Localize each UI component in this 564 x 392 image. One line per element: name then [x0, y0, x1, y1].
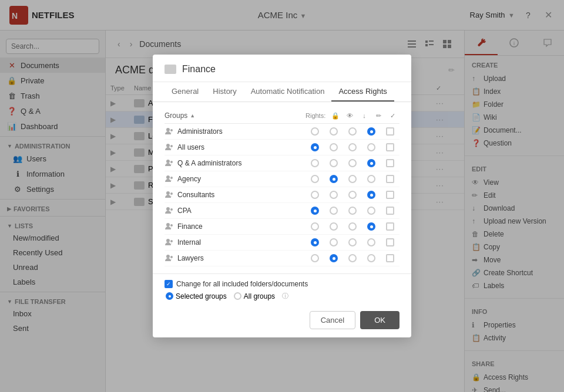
tab-history[interactable]: History	[206, 82, 243, 102]
ar-radio[interactable]	[330, 238, 338, 246]
ar-cell[interactable]	[362, 159, 381, 167]
tab-auto-notification[interactable]: Automatic Notification	[244, 82, 332, 102]
ar-radio[interactable]	[330, 191, 338, 199]
ar-checkbox[interactable]	[386, 175, 394, 183]
cancel-button[interactable]: Cancel	[310, 311, 355, 329]
ar-cell[interactable]	[343, 207, 362, 215]
ar-cell[interactable]	[306, 175, 324, 183]
ar-cell[interactable]	[343, 159, 362, 167]
ar-cell[interactable]	[324, 175, 343, 183]
radio-selected-groups[interactable]: Selected groups	[166, 292, 227, 300]
ar-radio[interactable]	[367, 254, 375, 262]
ar-radio[interactable]	[311, 127, 319, 136]
ar-radio[interactable]	[311, 159, 319, 167]
ar-cell[interactable]	[324, 238, 343, 246]
ar-cell[interactable]	[324, 191, 343, 199]
ar-cell[interactable]	[362, 222, 381, 231]
ar-radio-checked[interactable]	[330, 254, 338, 262]
ar-cell[interactable]	[306, 238, 324, 246]
ar-radio[interactable]	[367, 238, 375, 246]
ar-radio[interactable]	[367, 207, 375, 215]
ar-cell[interactable]	[381, 207, 400, 215]
ar-cell[interactable]	[324, 143, 343, 151]
ar-cell[interactable]	[362, 127, 381, 136]
ar-radio[interactable]	[367, 175, 375, 183]
ar-cell[interactable]	[362, 207, 381, 215]
ar-radio[interactable]	[348, 238, 357, 246]
ar-radio[interactable]	[311, 254, 319, 262]
tab-access-rights[interactable]: Access Rights	[331, 82, 394, 102]
ar-checkbox[interactable]	[386, 207, 394, 215]
ar-cell[interactable]	[306, 127, 324, 136]
ar-cell[interactable]	[381, 238, 400, 246]
ar-radio-checked[interactable]	[330, 175, 338, 183]
ar-radio[interactable]	[348, 143, 357, 151]
ar-cell[interactable]	[324, 207, 343, 215]
ar-cell[interactable]	[362, 238, 381, 246]
ar-cell[interactable]	[381, 159, 400, 167]
ar-cell[interactable]	[362, 175, 381, 183]
ar-radio[interactable]	[311, 191, 319, 199]
ar-checkbox[interactable]	[386, 143, 394, 151]
ar-cell[interactable]	[381, 222, 400, 231]
ar-checkbox[interactable]	[386, 159, 394, 167]
ar-cell[interactable]	[343, 222, 362, 231]
ar-radio-checked[interactable]	[367, 222, 375, 231]
ar-radio[interactable]	[348, 159, 357, 167]
ar-checkbox[interactable]	[386, 254, 394, 262]
ar-radio-checked[interactable]	[311, 143, 319, 151]
ar-radio[interactable]	[367, 143, 375, 151]
ar-checkbox[interactable]	[386, 222, 394, 231]
ar-radio-checked[interactable]	[311, 238, 319, 246]
ar-radio[interactable]	[348, 175, 357, 183]
ar-cell[interactable]	[381, 143, 400, 151]
ar-radio[interactable]	[330, 159, 338, 167]
ar-checkbox[interactable]	[386, 191, 394, 199]
ar-cell[interactable]	[362, 254, 381, 262]
ar-cell[interactable]	[362, 143, 381, 151]
ar-cell[interactable]	[306, 143, 324, 151]
ar-cell[interactable]	[306, 159, 324, 167]
ar-cell[interactable]	[343, 238, 362, 246]
group-icon	[164, 127, 174, 136]
ar-cell[interactable]	[324, 159, 343, 167]
ar-radio[interactable]	[348, 254, 357, 262]
ar-cell[interactable]	[362, 191, 381, 199]
ar-cell[interactable]	[306, 191, 324, 199]
ar-cell[interactable]	[343, 254, 362, 262]
ar-radio[interactable]	[348, 127, 357, 136]
ar-cell[interactable]	[381, 191, 400, 199]
ar-cell[interactable]	[306, 254, 324, 262]
ar-radio[interactable]	[348, 222, 357, 231]
ar-radio[interactable]	[330, 143, 338, 151]
ar-cell[interactable]	[306, 207, 324, 215]
ar-cell[interactable]	[343, 191, 362, 199]
ar-radio-checked[interactable]	[367, 159, 375, 167]
ar-cell[interactable]	[324, 222, 343, 231]
ar-radio[interactable]	[348, 207, 357, 215]
ar-checkbox[interactable]	[386, 127, 394, 136]
ar-radio[interactable]	[330, 127, 338, 136]
ar-cell[interactable]	[324, 127, 343, 136]
ar-cell[interactable]	[343, 175, 362, 183]
ar-cell[interactable]	[306, 222, 324, 231]
ar-radio[interactable]	[311, 222, 319, 231]
ar-checkbox[interactable]	[386, 238, 394, 246]
radio-all-groups[interactable]: All groups	[234, 292, 275, 300]
ar-cell[interactable]	[324, 254, 343, 262]
ar-radio[interactable]	[348, 191, 357, 199]
tab-general[interactable]: General	[164, 82, 206, 102]
ar-cell[interactable]	[343, 143, 362, 151]
change-all-checkbox[interactable]	[164, 280, 173, 288]
ar-cell[interactable]	[343, 127, 362, 136]
ar-cell[interactable]	[381, 254, 400, 262]
ar-radio[interactable]	[330, 207, 338, 215]
ar-radio-checked[interactable]	[367, 127, 375, 136]
ok-button[interactable]: OK	[360, 311, 400, 329]
ar-cell[interactable]	[381, 175, 400, 183]
ar-radio[interactable]	[311, 175, 319, 183]
ar-radio[interactable]	[330, 222, 338, 231]
ar-radio-checked[interactable]	[367, 191, 375, 199]
ar-cell[interactable]	[381, 127, 400, 136]
ar-radio-checked[interactable]	[311, 207, 319, 215]
